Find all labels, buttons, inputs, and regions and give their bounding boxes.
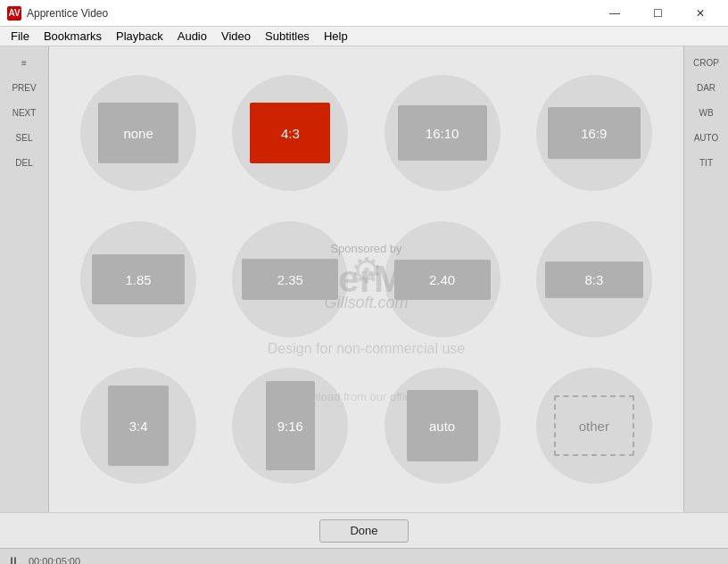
- ratio-3-4[interactable]: 3:4: [108, 386, 169, 466]
- ratio-1-85[interactable]: 1.85: [92, 254, 185, 304]
- ratio-other[interactable]: other: [554, 395, 634, 456]
- menu-help[interactable]: Help: [317, 28, 355, 45]
- play-pause-button[interactable]: ⏸: [7, 554, 20, 565]
- dar-button[interactable]: DAR: [687, 76, 726, 99]
- minimize-button[interactable]: —: [594, 0, 635, 27]
- menu-video[interactable]: Video: [214, 28, 258, 45]
- aspect-cell-2-40[interactable]: 2.40: [385, 221, 500, 337]
- aspect-cell-other[interactable]: other: [536, 368, 652, 484]
- aspect-cell-9-16[interactable]: 9:16: [232, 368, 348, 484]
- window-title: Apprentice Video: [27, 7, 108, 20]
- close-button[interactable]: ✕: [680, 0, 721, 27]
- aspect-cell-none[interactable]: none: [80, 75, 196, 191]
- ratio-8-3[interactable]: 8:3: [545, 261, 643, 298]
- aspect-cell-16-10[interactable]: 16:10: [385, 75, 500, 191]
- done-button[interactable]: Done: [319, 519, 409, 543]
- aspect-ratio-grid: WaterMark Sponsored by ⚙ Gillsoft.com De…: [49, 46, 683, 512]
- ratio-16-9[interactable]: 16:9: [548, 107, 641, 159]
- menu-bar: File Bookmarks Playback Audio Video Subt…: [0, 27, 728, 46]
- main-content: ≡ PREV NEXT SEL DEL WaterMark Sponsored …: [0, 46, 728, 512]
- aspect-cell-16-9[interactable]: 16:9: [536, 75, 652, 191]
- ratio-4-3[interactable]: 4:3: [250, 103, 330, 163]
- next-button[interactable]: NEXT: [4, 101, 45, 124]
- done-bar: Done: [0, 512, 728, 548]
- aspect-cell-3-4[interactable]: 3:4: [80, 368, 196, 484]
- grid-row-1: none 4:3 16:10: [62, 64, 670, 202]
- status-bar: ⏸ 00:00:05:00: [0, 548, 728, 564]
- menu-icon-button[interactable]: ≡: [4, 51, 45, 74]
- prev-button[interactable]: PREV: [4, 76, 45, 99]
- wb-button[interactable]: WB: [687, 101, 726, 124]
- ratio-9-16[interactable]: 9:16: [266, 381, 315, 470]
- window-controls: — ☐ ✕: [594, 0, 721, 27]
- ratio-2-35[interactable]: 2.35: [242, 259, 338, 300]
- app-icon: AV: [7, 6, 21, 21]
- aspect-cell-8-3[interactable]: 8:3: [536, 221, 652, 337]
- maximize-button[interactable]: ☐: [637, 0, 678, 27]
- menu-subtitles[interactable]: Subtitles: [258, 28, 317, 45]
- ratio-16-10[interactable]: 16:10: [398, 105, 487, 161]
- grid-row-2: 1.85 2.35 2.40: [62, 211, 670, 348]
- aspect-cell-4-3[interactable]: 4:3: [232, 75, 348, 191]
- time-display: 00:00:05:00: [29, 556, 80, 565]
- aspect-cell-1-85[interactable]: 1.85: [80, 221, 196, 337]
- sel-button[interactable]: SEL: [4, 126, 45, 149]
- menu-audio[interactable]: Audio: [170, 28, 214, 45]
- ratio-2-40[interactable]: 2.40: [394, 260, 491, 300]
- title-bar: AV Apprentice Video — ☐ ✕: [0, 0, 728, 27]
- ratio-auto[interactable]: auto: [407, 390, 478, 461]
- aspect-cell-auto[interactable]: auto: [385, 368, 500, 484]
- crop-button[interactable]: CROP: [687, 51, 726, 74]
- right-sidebar: CROP DAR WB AUTO TIT: [683, 46, 728, 512]
- menu-bookmarks[interactable]: Bookmarks: [37, 28, 109, 45]
- menu-file[interactable]: File: [4, 28, 37, 45]
- menu-playback[interactable]: Playback: [109, 28, 170, 45]
- tit-button[interactable]: TIT: [687, 151, 726, 174]
- auto-button[interactable]: AUTO: [687, 126, 726, 149]
- ratio-none[interactable]: none: [98, 103, 178, 163]
- aspect-cell-2-35[interactable]: 2.35: [232, 221, 348, 337]
- del-button[interactable]: DEL: [4, 151, 45, 174]
- grid-row-3: 3:4 9:16 auto: [62, 357, 670, 494]
- left-sidebar: ≡ PREV NEXT SEL DEL: [0, 46, 49, 512]
